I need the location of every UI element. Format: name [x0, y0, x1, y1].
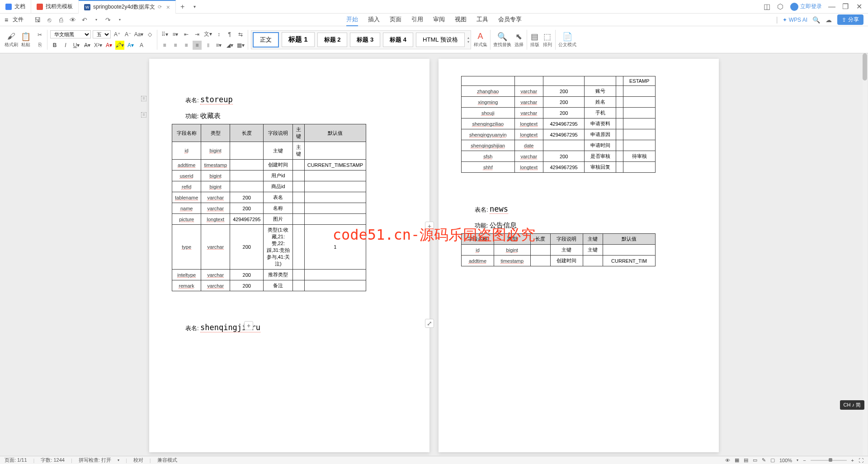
increase-indent-icon[interactable]: ⇥: [193, 30, 202, 39]
table-row[interactable]: shenqingziliaolongtext4294967295申请资料: [462, 118, 656, 129]
menu-tab-member[interactable]: 会员专享: [498, 14, 522, 26]
expand-button[interactable]: ⤢: [425, 319, 434, 328]
table-cell[interactable]: varchar: [201, 270, 230, 280]
page-2[interactable]: ESTAMPzhanghaovarchar200账号xingmingvarcha…: [439, 59, 719, 452]
table-cell[interactable]: 创建时间: [550, 256, 583, 266]
table-cell[interactable]: bigint: [201, 142, 230, 160]
table-cell[interactable]: longtext: [514, 162, 543, 173]
table-cell[interactable]: 申请时间: [585, 140, 616, 151]
tab-templates[interactable]: 找稻壳模板: [31, 0, 79, 14]
char-border-button[interactable]: A: [137, 41, 146, 50]
change-case-icon[interactable]: Aa▾: [134, 30, 143, 39]
zoom-in-button[interactable]: +: [851, 458, 854, 463]
line-spacing-icon[interactable]: ≡▾: [214, 41, 223, 50]
zoom-slider[interactable]: [811, 460, 847, 461]
table-cell[interactable]: 申请原因: [585, 129, 616, 140]
table-cell[interactable]: [304, 170, 366, 181]
table-cell[interactable]: inteltype: [172, 270, 201, 280]
decrease-indent-icon[interactable]: ⇤: [182, 30, 191, 39]
table-row[interactable]: picturelongtext4294967295图片: [172, 214, 366, 225]
distribute-icon[interactable]: ⫴: [203, 41, 212, 50]
table-cell[interactable]: bigint: [201, 170, 230, 181]
table-cell[interactable]: [530, 245, 550, 256]
table-row[interactable]: idbigint主键主键: [172, 142, 366, 160]
login-button[interactable]: 立即登录: [790, 3, 822, 11]
table-cell[interactable]: 姓名: [585, 97, 616, 108]
table-cell[interactable]: [616, 162, 623, 173]
table-cell[interactable]: 4294967295: [543, 129, 584, 140]
show-marks-icon[interactable]: ¶: [225, 30, 234, 39]
style-set-button[interactable]: A 样式集: [474, 32, 487, 48]
sort-icon[interactable]: ↕: [214, 30, 223, 39]
page-indicator[interactable]: 页面: 1/11: [5, 457, 27, 464]
eye-icon[interactable]: 👁: [725, 458, 730, 463]
style-h1[interactable]: 标题 1: [282, 32, 315, 47]
table-cell[interactable]: 审核回复: [585, 162, 616, 173]
zoom-out-button[interactable]: −: [803, 458, 806, 463]
table-cell[interactable]: [623, 86, 656, 97]
table-cell[interactable]: [583, 256, 603, 266]
style-h3[interactable]: 标题 3: [350, 33, 380, 47]
table-cell[interactable]: [616, 151, 623, 162]
highlight-button[interactable]: 🖍▾: [115, 41, 124, 50]
table-cell[interactable]: 主键: [583, 245, 603, 256]
table-cell[interactable]: zhanghao: [462, 86, 515, 97]
search-icon[interactable]: 🔍: [812, 16, 820, 24]
table-cell[interactable]: 是否审核: [585, 151, 616, 162]
style-h2[interactable]: 标题 2: [317, 33, 348, 47]
cloud-icon[interactable]: ☁: [825, 16, 833, 24]
ime-indicator[interactable]: CH ♪ 简: [840, 400, 865, 410]
table-cell[interactable]: [603, 245, 655, 256]
hamburger-icon[interactable]: ≡: [5, 16, 8, 24]
table-cell[interactable]: 待审核: [623, 151, 656, 162]
view-mode-2-icon[interactable]: ▤: [744, 457, 748, 463]
table-cell[interactable]: 200: [230, 192, 264, 203]
table-cell[interactable]: date: [514, 140, 543, 151]
wps-ai-button[interactable]: ✦ WPS AI: [783, 17, 807, 23]
table-row[interactable]: refidbigint商品id: [172, 181, 366, 192]
table-cell[interactable]: varchar: [514, 86, 543, 97]
table-cell[interactable]: 200: [543, 108, 584, 118]
official-mode-button[interactable]: 📄 公文模式: [558, 32, 576, 48]
table-cell[interactable]: 图片: [264, 214, 293, 225]
table-cell[interactable]: remark: [172, 280, 201, 291]
table-cell[interactable]: [304, 280, 366, 291]
table-cell[interactable]: shenqingyuanyin: [462, 129, 515, 140]
proof-status[interactable]: 校对: [133, 457, 143, 464]
table-cell[interactable]: 200: [230, 270, 264, 280]
table-cell[interactable]: [293, 181, 304, 192]
strikethrough-button[interactable]: A̶▾: [83, 41, 92, 50]
table-row[interactable]: namevarchar200名称: [172, 203, 366, 214]
table-cell[interactable]: [230, 142, 264, 160]
drag-handle-icon[interactable]: ⠿: [141, 112, 146, 118]
table-cell[interactable]: refid: [172, 181, 201, 192]
minimize-button[interactable]: —: [828, 3, 835, 10]
zoom-label[interactable]: 100%: [779, 458, 792, 463]
add-column-button[interactable]: +: [425, 222, 434, 231]
menu-tab-start[interactable]: 开始: [346, 14, 358, 26]
table-cell[interactable]: [230, 170, 264, 181]
increase-font-icon[interactable]: A⁺: [113, 30, 122, 39]
gallery-down-icon[interactable]: ▾: [467, 40, 469, 44]
table-cell[interactable]: 名称: [264, 203, 293, 214]
table-cell[interactable]: [616, 129, 623, 140]
table-cell[interactable]: bigint: [201, 181, 230, 192]
table-row[interactable]: remarkvarchar200备注: [172, 280, 366, 291]
table-cell[interactable]: addtime: [172, 160, 201, 170]
table-cell[interactable]: [304, 192, 366, 203]
table-cell[interactable]: varchar: [514, 108, 543, 118]
select-button[interactable]: ⬉ 选择: [514, 32, 524, 48]
view-mode-4-icon[interactable]: ✎: [762, 457, 766, 463]
share-button[interactable]: ⇪ 分享: [837, 14, 863, 25]
table-cell[interactable]: [530, 256, 550, 266]
table-cell[interactable]: shhf: [462, 162, 515, 173]
table-cell[interactable]: [293, 280, 304, 291]
menu-tab-review[interactable]: 审阅: [433, 14, 445, 26]
shading-button[interactable]: A▾: [126, 41, 135, 50]
table-cell[interactable]: 200: [230, 225, 264, 270]
table-cell[interactable]: longtext: [201, 214, 230, 225]
file-menu[interactable]: 文件: [13, 16, 24, 24]
table-cell[interactable]: 200: [543, 86, 584, 97]
table-cell[interactable]: 申请资料: [585, 118, 616, 129]
bold-button[interactable]: B: [50, 41, 59, 50]
